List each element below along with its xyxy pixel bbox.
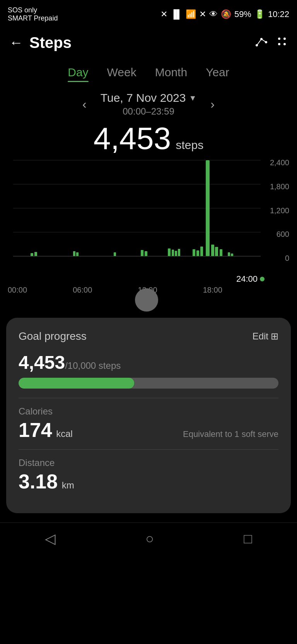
y-label-600: 600 — [266, 230, 289, 239]
progress-bar-background — [19, 378, 278, 389]
x-label-1800: 18:00 — [203, 286, 222, 295]
card-divider — [19, 398, 278, 398]
steps-display: 4,453 steps — [0, 121, 297, 156]
svg-rect-17 — [141, 250, 143, 256]
steps-count: 4,453 — [94, 121, 171, 156]
date-dropdown-icon[interactable]: ▼ — [189, 94, 196, 103]
edit-icon: ⊞ — [271, 331, 278, 342]
svg-rect-18 — [145, 251, 147, 256]
nav-recents-button[interactable]: □ — [244, 531, 252, 547]
svg-rect-21 — [175, 251, 177, 256]
status-icons: ✕ ▐▌ 📶 ✕ 👁 🔕 59% 🔋 10:22 — [160, 9, 289, 19]
y-label-1800: 1,800 — [266, 182, 289, 191]
edit-goal-button[interactable]: Edit ⊞ — [253, 331, 278, 342]
svg-rect-27 — [211, 245, 214, 256]
tab-year[interactable]: Year — [206, 66, 229, 81]
date-text: Tue, 7 Nov 2023 — [101, 91, 186, 104]
period-tabs: Day Week Month Year — [0, 58, 297, 85]
svg-rect-26 — [206, 160, 210, 256]
calories-value: 174 — [19, 419, 52, 441]
current-time-label: 24:00 — [236, 274, 258, 284]
prev-date-button[interactable]: ‹ — [76, 97, 93, 111]
back-button[interactable]: ← — [9, 34, 23, 51]
distance-unit: km — [62, 480, 74, 490]
y-label-2400: 2,400 — [266, 158, 289, 167]
svg-rect-22 — [178, 249, 180, 256]
svg-rect-30 — [228, 252, 230, 256]
more-options-icon[interactable] — [276, 36, 288, 50]
svg-point-4 — [283, 38, 286, 40]
svg-rect-23 — [193, 249, 195, 256]
nav-home-button[interactable]: ○ — [145, 531, 154, 547]
svg-point-3 — [278, 38, 280, 40]
goal-current-steps: 4,453 — [19, 352, 65, 373]
tab-day[interactable]: Day — [68, 66, 88, 81]
battery-percent: 59% — [234, 9, 251, 19]
battery-icon: 🔋 — [254, 9, 265, 19]
card-divider-2 — [19, 449, 278, 450]
x-label-0600: 06:00 — [73, 286, 92, 295]
signal-icon: ✕ — [160, 9, 167, 19]
calories-note: Equivalent to 1 soft serve — [183, 429, 278, 439]
x-label-0000: 00:00 — [8, 286, 27, 295]
steps-chart: 2,400 1,800 1,200 600 0 24:00 00:00 06:0… — [0, 156, 297, 312]
page-title: Steps — [29, 34, 72, 51]
goal-card-title: Goal progress — [19, 330, 87, 343]
calories-unit: kcal — [56, 428, 73, 439]
svg-rect-31 — [231, 253, 233, 256]
svg-rect-12 — [31, 253, 33, 256]
goal-progress-card: Goal progress Edit ⊞ 4,453/10,000 steps … — [6, 318, 291, 513]
calories-label: Calories — [19, 406, 278, 417]
svg-rect-14 — [73, 251, 75, 256]
svg-rect-24 — [196, 250, 199, 256]
time-display: 10:22 — [268, 9, 289, 19]
svg-point-5 — [278, 43, 280, 45]
eye-icon: 👁 — [209, 9, 218, 19]
status-carrier: SOS only SMART Prepaid — [8, 6, 58, 22]
chart-svg — [8, 156, 289, 272]
svg-rect-16 — [114, 252, 116, 256]
distance-label: Distance — [19, 457, 278, 468]
calories-section: Calories 174 kcal Equivalent to 1 soft s… — [19, 406, 278, 442]
tab-month[interactable]: Month — [155, 66, 187, 81]
svg-point-6 — [283, 43, 286, 45]
svg-rect-25 — [200, 247, 203, 256]
current-time-dot — [260, 277, 265, 281]
distance-value: 3.18 — [19, 470, 58, 493]
top-bar: ← Steps — [0, 27, 297, 58]
bell-icon: 🔕 — [221, 9, 231, 19]
next-date-button[interactable]: › — [204, 97, 221, 111]
svg-rect-20 — [172, 250, 174, 256]
tab-week[interactable]: Week — [107, 66, 137, 81]
svg-rect-13 — [34, 252, 37, 256]
bottom-navigation: ◁ ○ □ — [0, 522, 297, 555]
status-bar: SOS only SMART Prepaid ✕ ▐▌ 📶 ✕ 👁 🔕 59% … — [0, 0, 297, 27]
steps-unit: steps — [176, 139, 203, 151]
y-label-0: 0 — [266, 254, 289, 263]
signal-bars-icon: ▐▌ — [171, 9, 183, 19]
goal-steps-text: /10,000 steps — [65, 360, 121, 371]
date-navigation: ‹ Tue, 7 Nov 2023 ▼ 00:00–23:59 › — [0, 91, 297, 117]
svg-rect-28 — [215, 247, 218, 256]
distance-section: Distance 3.18 km — [19, 457, 278, 493]
progress-bar-fill — [19, 378, 134, 389]
x-icon: ✕ — [199, 9, 206, 19]
chart-scrubber[interactable] — [135, 288, 158, 312]
y-label-1200: 1,200 — [266, 206, 289, 215]
date-display: Tue, 7 Nov 2023 ▼ 00:00–23:59 — [101, 91, 197, 117]
svg-rect-19 — [168, 248, 171, 256]
time-range: 00:00–23:59 — [123, 106, 174, 117]
nav-back-button[interactable]: ◁ — [45, 531, 56, 547]
svg-rect-29 — [220, 249, 222, 256]
graph-icon[interactable] — [254, 34, 268, 51]
wifi-icon: 📶 — [186, 9, 196, 19]
svg-rect-15 — [76, 252, 79, 256]
